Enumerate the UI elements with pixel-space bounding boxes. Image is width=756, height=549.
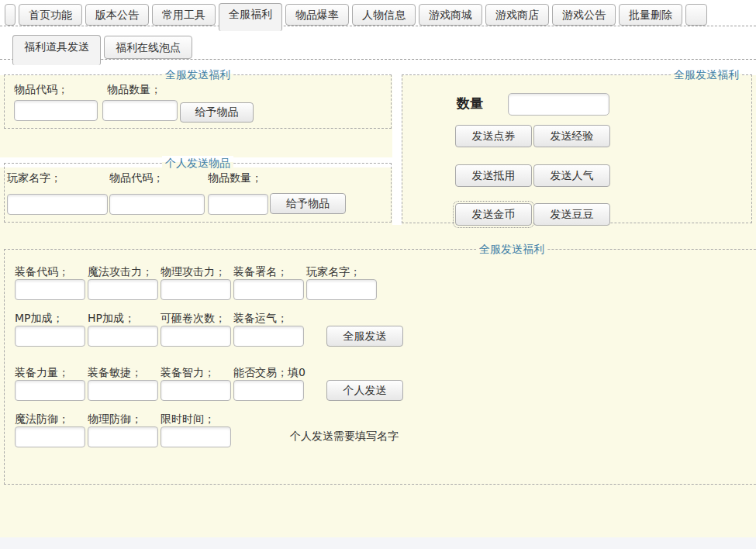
send-points-button[interactable]: 发送点券	[455, 125, 532, 147]
tab-batch-delete[interactable]: 批量删除	[619, 4, 682, 26]
eq-phys-def-input[interactable]	[88, 426, 158, 447]
eq-tradable-label: 能否交易；填0	[233, 366, 306, 378]
eq-code-input[interactable]	[15, 279, 85, 300]
tab-game-notice[interactable]: 游戏公告	[552, 4, 616, 26]
footer-strip	[0, 537, 756, 549]
main-tabstrip: 首页功能 版本公告 常用工具 全服福利 物品爆率 人物信息 游戏商城 游戏商店 …	[0, 0, 756, 26]
tab-version-notice[interactable]: 版本公告	[85, 4, 149, 26]
eq-hp-bonus-input[interactable]	[88, 326, 158, 347]
eq-signature-label: 装备署名；	[233, 265, 288, 278]
eq-phys-def-label: 物理防御；	[88, 413, 142, 425]
tab-game-mall[interactable]: 游戏商城	[419, 4, 482, 26]
app-window: 首页功能 版本公告 常用工具 全服福利 物品爆率 人物信息 游戏商城 游戏商店 …	[0, 0, 756, 549]
server-send-button[interactable]: 全服发送	[326, 326, 403, 347]
eq-intelligence-input[interactable]	[161, 380, 231, 401]
eq-agility-input[interactable]	[88, 380, 158, 401]
tab-empty[interactable]	[685, 4, 707, 26]
eq-magic-atk-label: 魔法攻击力；	[88, 265, 153, 278]
eq-player-name-label: 玩家名字；	[306, 265, 361, 278]
subtab-welfare-online-points[interactable]: 福利在线泡点	[104, 36, 192, 59]
eq-phys-atk-input[interactable]	[161, 279, 231, 300]
eq-magic-def-input[interactable]	[15, 426, 85, 447]
send-beans-button[interactable]: 发送豆豆	[533, 203, 610, 226]
give-item-personal-button[interactable]: 给予物品	[270, 193, 346, 214]
eq-time-limit-input[interactable]	[161, 426, 231, 447]
player-name-input[interactable]	[7, 194, 108, 215]
item-code-input[interactable]	[14, 100, 98, 121]
panel-legend: 全服发送福利	[671, 67, 742, 81]
eq-mp-bonus-label: MP加成；	[15, 312, 64, 324]
tab-character-info[interactable]: 人物信息	[352, 4, 416, 26]
tab-left-stub	[5, 4, 16, 26]
item-qty-label: 物品数量；	[107, 83, 161, 95]
eq-luck-input[interactable]	[233, 326, 304, 347]
panel-send-personal-items: 个人发送物品 玩家名字； 物品代码； 物品数量； 给予物品	[4, 163, 392, 223]
give-item-all-button[interactable]: 给予物品	[180, 102, 254, 123]
item-code-label: 物品代码；	[109, 171, 164, 184]
eq-strength-input[interactable]	[15, 380, 85, 401]
send-gold-button[interactable]: 发送金币	[455, 203, 532, 226]
eq-magic-atk-input[interactable]	[88, 279, 158, 300]
item-code-input[interactable]	[109, 194, 205, 215]
eq-phys-atk-label: 物理攻击力；	[161, 265, 226, 278]
send-exp-button[interactable]: 发送经验	[533, 125, 610, 147]
eq-tradable-input[interactable]	[233, 380, 304, 401]
panel-legend: 全服发送福利	[162, 67, 233, 81]
panel-legend: 个人发送物品	[162, 156, 233, 170]
tab-server-welfare[interactable]: 全服福利	[219, 3, 282, 31]
tab-game-shop[interactable]: 游戏商店	[485, 4, 549, 26]
eq-smash-times-label: 可砸卷次数；	[161, 312, 226, 324]
eq-player-name-input[interactable]	[306, 279, 377, 300]
panel-legend: 全服发送福利	[476, 242, 547, 256]
item-qty-input[interactable]	[208, 194, 268, 215]
eq-luck-label: 装备运气；	[233, 312, 288, 324]
personal-send-button[interactable]: 个人发送	[326, 380, 403, 401]
tab-item-droprate[interactable]: 物品爆率	[285, 4, 349, 26]
eq-smash-times-input[interactable]	[161, 326, 231, 347]
sub-tabstrip: 福利道具发送 福利在线泡点	[0, 26, 756, 60]
column-gap	[392, 75, 402, 225]
item-code-label: 物品代码；	[14, 83, 68, 95]
personal-send-note: 个人发送需要填写名字	[290, 430, 399, 444]
eq-magic-def-label: 魔法防御；	[15, 413, 69, 425]
panel-send-currency: 全服发送福利 数量 发送点券 发送经验 发送抵用 发送人气 发送金币 发送豆豆	[402, 74, 752, 223]
eq-code-label: 装备代码；	[15, 265, 69, 278]
eq-hp-bonus-label: HP加成；	[88, 312, 135, 324]
tab-common-tools[interactable]: 常用工具	[152, 4, 216, 26]
eq-intelligence-label: 装备智力；	[161, 366, 215, 378]
quantity-label: 数量	[457, 95, 483, 112]
send-voucher-button[interactable]: 发送抵用	[455, 164, 532, 187]
quantity-input[interactable]	[508, 93, 609, 116]
item-qty-input[interactable]	[102, 100, 178, 121]
send-popularity-button[interactable]: 发送人气	[533, 164, 610, 187]
tab-homepage[interactable]: 首页功能	[19, 4, 82, 26]
eq-signature-input[interactable]	[233, 279, 304, 300]
panel-send-equipment: 全服发送福利 装备代码； 魔法攻击力； 物理攻击力； 装备署名； 玩家名字； M…	[4, 249, 756, 485]
eq-time-limit-label: 限时时间；	[161, 413, 215, 425]
eq-agility-label: 装备敏捷；	[88, 366, 142, 378]
item-qty-label: 物品数量；	[208, 171, 262, 184]
eq-strength-label: 装备力量；	[15, 366, 69, 378]
eq-mp-bonus-input[interactable]	[15, 326, 85, 347]
subtab-welfare-item-send[interactable]: 福利道具发送	[12, 35, 101, 65]
panel-send-all-items: 全服发送福利 物品代码； 物品数量； 给予物品	[4, 74, 392, 129]
player-name-label: 玩家名字；	[7, 171, 61, 184]
